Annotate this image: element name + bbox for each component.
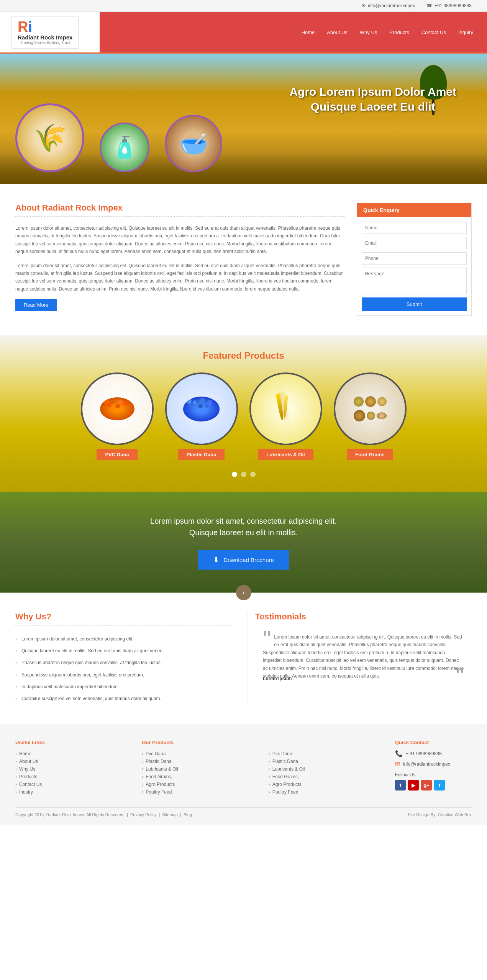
footer-phone: 📞 + 91 9898989898 xyxy=(395,750,472,757)
why-us-section: Why Us? Lorem ipsum dolor sit amet, cons… xyxy=(15,612,247,705)
footer-link-contact[interactable]: Contact Us xyxy=(15,781,134,788)
download-brochure-button[interactable]: ⬇ Download Brochure xyxy=(198,550,289,570)
footer-email: ✉ info@radiantrockimpex xyxy=(395,760,472,768)
featured-section: Featured Products PVC Dana xyxy=(0,335,487,492)
useful-links-title: Useful Links xyxy=(15,740,134,745)
twitter-icon[interactable]: t xyxy=(434,780,445,791)
email-contact: ✉ info@radiantrockimpex xyxy=(362,3,415,8)
quick-enquiry-header: Quick Enquiry xyxy=(357,203,471,217)
footer-email-icon: ✉ xyxy=(395,760,400,768)
hero-text: Agro Lorem Ipsum Dolor Amet Quisque Laoe… xyxy=(289,84,456,114)
product-item-grain: Food Grains xyxy=(334,372,407,460)
footer-useful-links: Useful Links Home About Us Why Us Produc… xyxy=(15,740,134,796)
main-nav: Home About Us Why Us Products Contact Us… xyxy=(100,12,487,52)
follow-us-section: Follow Us: f ▶ g+ t xyxy=(395,772,472,791)
featured-title: Featured Products xyxy=(8,350,479,361)
follow-us-label: Follow Us: xyxy=(395,772,472,777)
nav-why[interactable]: Why Us xyxy=(354,24,384,41)
tagline: Trading Smiles Building Trust xyxy=(18,41,72,45)
download-icon: ⬇ xyxy=(213,555,220,564)
dot-2[interactable] xyxy=(241,472,246,477)
privacy-link[interactable]: Privacy Policy xyxy=(130,812,156,817)
footer-prod-poultry[interactable]: Poultry Feed xyxy=(142,788,261,796)
message-input[interactable] xyxy=(362,268,467,294)
footer-prod2-lub[interactable]: Lubricants & Oil xyxy=(269,765,387,773)
footer-prod2-plastic[interactable]: Plastic Dana xyxy=(269,758,387,765)
nav-contact[interactable]: Contact Us xyxy=(415,24,452,41)
footer-prod2-poultry[interactable]: Poultry Feed xyxy=(269,788,387,796)
why-item-2: Quisque laoreet eu elit in mollis. Sed e… xyxy=(15,645,232,657)
footer-prod-pvc[interactable]: Pvc Dana xyxy=(142,750,261,758)
testimonial-box: " Lorem ipsum dolor sit amet, consectetu… xyxy=(255,629,472,685)
footer-phone-icon: 📞 xyxy=(395,750,403,757)
logo-area: R i Radiant Rock Impex Trading Smiles Bu… xyxy=(0,12,100,52)
product-circle-pvc xyxy=(81,372,154,445)
footer-prod-lub[interactable]: Lubricants & Oil xyxy=(142,765,261,773)
email-icon: ✉ xyxy=(362,3,366,8)
about-section: About Radiant Rock Impex Lorem ipsum dol… xyxy=(0,184,487,335)
brochure-text: Lorem ipsum dolor sit amet, consectetur … xyxy=(15,515,472,538)
footer-link-home[interactable]: Home xyxy=(15,750,134,758)
email-input[interactable] xyxy=(362,237,467,249)
footer-our-products-2: Pvc Dana Plastic Dana Lubricants & Oil F… xyxy=(269,740,387,796)
facebook-icon[interactable]: f xyxy=(395,780,406,791)
footer-link-why[interactable]: Why Us xyxy=(15,765,134,773)
quick-enquiry-form: Quick Enquiry Submit xyxy=(357,203,472,316)
blog-link[interactable]: Blog xyxy=(184,812,192,817)
why-testimonials-section: Why Us? Lorem ipsum dolor sit amet, cons… xyxy=(0,593,487,724)
hero-banner: Agro Lorem Ipsum Dolor Amet Quisque Laoe… xyxy=(0,54,487,184)
hero-line1: Agro Lorem Ipsum Dolor Amet xyxy=(289,84,456,99)
copyright-text: Copyright 2014, Radiant Rock Impex, All … xyxy=(15,812,192,817)
hero-circle-oil: 🧴 xyxy=(100,122,149,172)
footer-prod-grain[interactable]: Food Grains, xyxy=(142,773,261,781)
phone-contact: ☎ +91 98998989898 xyxy=(426,3,472,8)
footer-prod-plastic[interactable]: Plastic Dana xyxy=(142,758,261,765)
testimonial-text: Lorem ipsum dolor sit amet, consectetur … xyxy=(263,633,464,680)
open-quote-icon: " xyxy=(263,633,271,645)
googleplus-icon[interactable]: g+ xyxy=(421,780,432,791)
product-label-lub: Lubricants & Oil xyxy=(258,449,313,460)
why-item-1: Lorem ipsum dolor sit amet, consectetur … xyxy=(15,633,232,645)
product-item-pvc: PVC Dana xyxy=(81,372,154,460)
footer-prod2-grain[interactable]: Food Grains, xyxy=(269,773,387,781)
product-circle-grain xyxy=(334,372,407,445)
footer-link-about[interactable]: About Us xyxy=(15,758,134,765)
about-title: About Radiant Rock Impex xyxy=(15,203,345,213)
our-products-title: Our Products xyxy=(142,740,261,745)
brochure-section: Lorem ipsum dolor sit amet, consectetur … xyxy=(0,492,487,593)
why-item-5: In dapibus velit malesuada imperdiet bib… xyxy=(15,681,232,693)
nav-about[interactable]: About Us xyxy=(321,24,353,41)
why-us-title: Why Us? xyxy=(15,612,232,622)
youtube-icon[interactable]: ▶ xyxy=(408,780,419,791)
why-item-6: Curabitur suscipit leo vel sem venenatis… xyxy=(15,693,232,705)
quick-contact-title: Quick Contact xyxy=(395,740,472,745)
footer-prod2-pvc[interactable]: Pvc Dana xyxy=(269,750,387,758)
footer-prod-agro[interactable]: Agro Products xyxy=(142,781,261,788)
nav-products[interactable]: Products xyxy=(383,24,415,41)
nav-home[interactable]: Home xyxy=(295,24,321,41)
footer-link-products[interactable]: Products xyxy=(15,773,134,781)
about-para2: Lorem ipsum dolor sit amet, consectetur … xyxy=(15,262,345,293)
read-more-button[interactable]: Read More xyxy=(15,299,57,311)
why-us-list: Lorem ipsum dolor sit amet, consectetur … xyxy=(15,633,232,705)
about-content: About Radiant Rock Impex Lorem ipsum dol… xyxy=(15,203,345,316)
product-circle-lub xyxy=(249,372,322,445)
dot-1[interactable] xyxy=(232,472,237,477)
footer-link-inquiry[interactable]: Inquiry xyxy=(15,788,134,796)
sitemap-link[interactable]: Sitemap xyxy=(162,812,178,817)
logo-i: i xyxy=(28,20,32,34)
dot-3[interactable] xyxy=(250,472,256,477)
footer-bottom: Copyright 2014, Radiant Rock Impex, All … xyxy=(15,807,472,817)
testimonials-title: Testimonials xyxy=(255,612,472,622)
products-row: PVC Dana Plastic Dana xyxy=(8,372,479,460)
name-input[interactable] xyxy=(362,222,467,234)
footer-prod2-agro[interactable]: Agro Products xyxy=(269,781,387,788)
brochure-arrow[interactable]: › xyxy=(236,585,251,600)
hero-circles: 🌾 🧴 🥣 xyxy=(15,103,222,172)
nav-inquiry[interactable]: Inquiry xyxy=(452,24,479,41)
phone-icon: ☎ xyxy=(426,3,432,8)
phone-input[interactable] xyxy=(362,252,467,265)
hero-line2: Quisque Laoeet Eu dlit xyxy=(289,99,456,114)
submit-button[interactable]: Submit xyxy=(362,297,467,311)
top-bar: ✉ info@radiantrockimpex ☎ +91 9899898989… xyxy=(0,0,487,12)
